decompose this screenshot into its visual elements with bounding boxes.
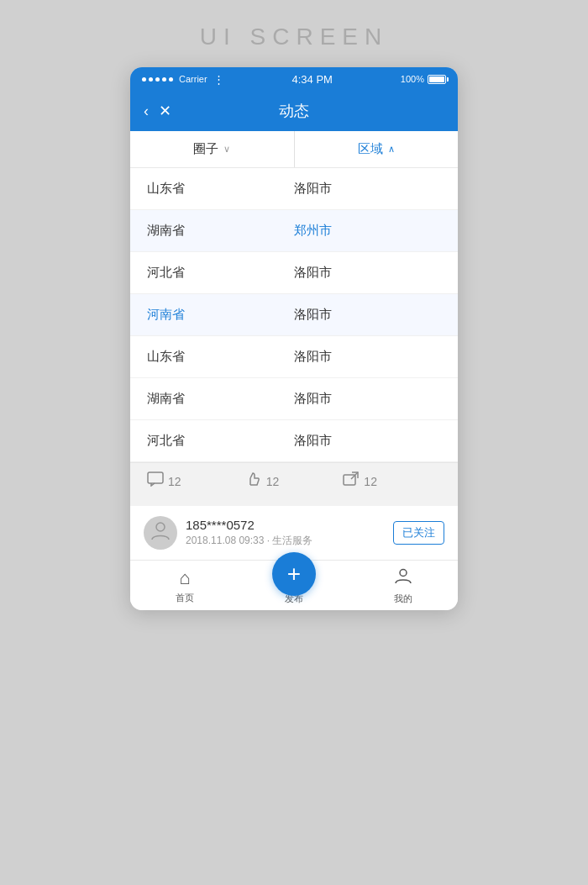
profile-label: 我的	[394, 593, 412, 605]
list-row[interactable]: 湖南省 洛阳市	[130, 378, 458, 420]
list-row[interactable]: 河南省 洛阳市	[130, 294, 458, 336]
comment-icon	[147, 471, 164, 491]
nav-home[interactable]: ⌂ 首页	[130, 567, 239, 604]
share-count: 12	[364, 475, 377, 488]
carrier-label: Carrier	[179, 74, 207, 84]
province-2: 河北省	[147, 265, 294, 281]
status-time: 4:34 PM	[292, 73, 333, 86]
filter-row: 圈子 ∨ 区域 ∧	[130, 131, 458, 168]
city-1: 郑州市	[294, 223, 441, 239]
province-4: 山东省	[147, 349, 294, 365]
comment-count: 12	[168, 475, 181, 488]
svg-line-2	[351, 472, 358, 479]
city-2: 洛阳市	[294, 265, 441, 281]
status-bar: Carrier ⋮ 4:34 PM 100%	[130, 67, 458, 91]
back-button[interactable]: ‹	[144, 103, 149, 120]
bottom-nav: ⌂ 首页 + 发布 我的	[130, 560, 458, 610]
province-0: 山东省	[147, 181, 294, 197]
signal-dot-4	[162, 77, 166, 82]
filter-area[interactable]: 区域 ∧	[295, 131, 459, 167]
city-5: 洛阳市	[294, 391, 441, 407]
battery-percent: 100%	[401, 74, 424, 84]
bottom-content: 12 12 12	[130, 462, 458, 560]
nav-title: 动态	[279, 101, 309, 121]
city-0: 洛阳市	[294, 181, 441, 197]
svg-point-4	[400, 569, 407, 576]
like-count: 12	[266, 475, 280, 488]
list-row[interactable]: 山东省 洛阳市	[130, 168, 458, 210]
home-icon: ⌂	[179, 567, 190, 589]
filter-circle-label: 圈子	[193, 141, 218, 157]
province-5: 湖南省	[147, 391, 294, 407]
post-header: 185****0572 2018.11.08 09:33 · 生活服务 已关注	[144, 516, 444, 550]
like-action[interactable]: 12	[245, 471, 344, 491]
share-action[interactable]: 12	[343, 471, 441, 491]
svg-point-3	[156, 523, 165, 531]
city-3: 洛阳市	[294, 307, 441, 323]
battery-fill	[429, 76, 444, 82]
share-icon	[343, 471, 360, 491]
signal-dot-2	[149, 77, 153, 82]
filter-circle-arrow: ∨	[223, 144, 230, 155]
wifi-icon: ⋮	[213, 73, 224, 86]
post-meta: 2018.11.08 09:33 · 生活服务	[186, 534, 385, 548]
page-title: UI SCREEN	[200, 24, 388, 50]
like-icon	[245, 471, 262, 491]
nav-profile[interactable]: 我的	[349, 566, 458, 605]
publish-icon: +	[287, 562, 301, 586]
province-3: 河南省	[147, 307, 294, 323]
filter-area-arrow: ∧	[388, 144, 395, 155]
avatar-icon	[150, 519, 171, 546]
status-right: 100%	[401, 74, 446, 84]
list-row[interactable]: 山东省 洛阳市	[130, 336, 458, 378]
list-row[interactable]: 河北省 洛阳市	[130, 252, 458, 294]
province-6: 河北省	[147, 433, 294, 449]
top-nav: ‹ ✕ 动态	[130, 91, 458, 131]
filter-area-label: 区域	[358, 141, 383, 157]
post-username: 185****0572	[186, 518, 385, 532]
province-1: 湖南省	[147, 223, 294, 239]
phone-frame: Carrier ⋮ 4:34 PM 100% ‹ ✕ 动态 圈子 ∨ 区域 ∧ …	[130, 67, 458, 610]
post-info: 185****0572 2018.11.08 09:33 · 生活服务	[186, 518, 385, 548]
follow-button[interactable]: 已关注	[393, 521, 444, 545]
signal-dot-1	[142, 77, 146, 82]
status-left: Carrier ⋮	[142, 73, 224, 86]
list-row[interactable]: 河北省 洛阳市	[130, 420, 458, 462]
comment-action[interactable]: 12	[147, 471, 245, 491]
publish-button[interactable]: +	[272, 552, 316, 596]
list-row[interactable]: 湖南省 郑州市	[130, 210, 458, 252]
svg-rect-0	[148, 472, 163, 483]
nav-publish-wrapper[interactable]: + 发布	[239, 561, 349, 610]
city-4: 洛阳市	[294, 349, 441, 365]
profile-icon	[394, 566, 412, 590]
home-label: 首页	[176, 592, 194, 604]
signal-dot-5	[169, 77, 173, 82]
close-button[interactable]: ✕	[159, 102, 171, 120]
filter-circle[interactable]: 圈子 ∨	[130, 131, 295, 167]
avatar	[144, 516, 177, 550]
list-area: 山东省 洛阳市 湖南省 郑州市 河北省 洛阳市 河南省 洛阳市 山东省 洛阳市 …	[130, 168, 458, 462]
battery-icon	[428, 75, 446, 84]
action-bar: 12 12 12	[130, 462, 458, 499]
city-6: 洛阳市	[294, 433, 441, 449]
signal-dot-3	[155, 77, 160, 82]
